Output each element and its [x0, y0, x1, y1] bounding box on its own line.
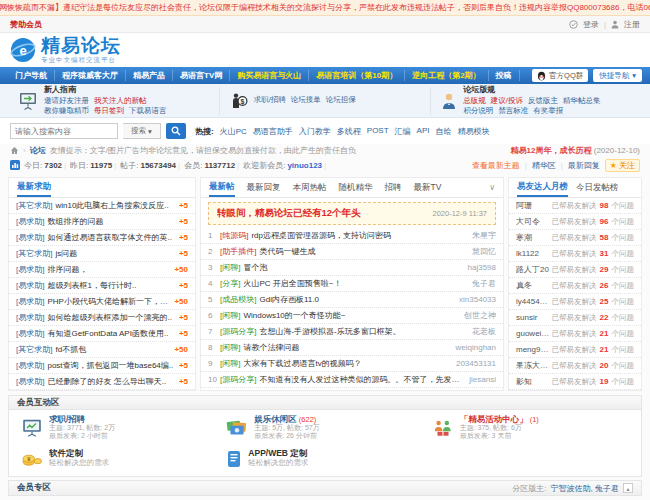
thread-tag[interactable]: [其它求助]: [16, 200, 52, 211]
thread-tag[interactable]: [易求助]: [16, 232, 44, 243]
nav-item[interactable]: 逆向工程（第2期）: [405, 70, 488, 81]
posts-tab[interactable]: 随机精华: [339, 178, 373, 197]
qq-group-button[interactable]: 官方QQ群: [532, 69, 588, 82]
thread-tag[interactable]: [易求助]: [16, 312, 44, 323]
latest-topics-link[interactable]: 查看最新主题: [472, 160, 520, 171]
home-icon[interactable]: [10, 146, 19, 155]
thread-tag[interactable]: [其它求助]: [16, 248, 52, 259]
quick-link[interactable]: 建议/投诉: [491, 97, 523, 105]
member-name[interactable]: 大司令: [516, 216, 552, 227]
quick-link[interactable]: 论坛接单: [291, 96, 321, 104]
quick-link[interactable]: 禁言标准: [498, 107, 528, 115]
nav-item[interactable]: 程序猿威客大厅: [55, 70, 126, 81]
site-logo[interactable]: e 精易论坛 专业中文编程交流平台: [10, 36, 121, 64]
thread-tag[interactable]: [助手插件]: [220, 246, 256, 257]
anniversary-link[interactable]: 精易12周年，成长历程: [511, 146, 592, 155]
thread-tag[interactable]: [源码分享]: [220, 326, 256, 337]
thread-title[interactable]: rdp远程桌面管理器源码，支持访问密码: [251, 230, 466, 241]
member-section-header[interactable]: 会员互动区: [8, 395, 642, 410]
thread-author[interactable]: 朱星宇: [472, 230, 496, 241]
nav-item[interactable]: 投稿: [489, 70, 520, 81]
thread-title[interactable]: 如何给超级列表框添加一个漂亮的..: [47, 312, 174, 323]
thread-tag[interactable]: [易求助]: [16, 216, 44, 227]
login-link[interactable]: 登录: [583, 19, 599, 30]
thread-author[interactable]: haj3598: [468, 263, 496, 272]
quick-link[interactable]: 总版规: [463, 97, 486, 105]
member-name[interactable]: 路人丁20: [516, 264, 552, 275]
member-name[interactable]: 阿珊: [516, 200, 552, 211]
moderator-names[interactable]: 宁智波佐助, 兔子君: [551, 483, 619, 494]
quick-link[interactable]: 我关注人的新帖: [94, 97, 147, 105]
thread-tag[interactable]: [源码分享]: [220, 374, 256, 385]
thread-title[interactable]: 火山PC 开启全面预售啦~！: [243, 278, 466, 289]
member-name[interactable]: ly445414237: [516, 297, 552, 306]
forum-link[interactable]: 「精易活动中心」(1): [460, 415, 539, 425]
quick-link[interactable]: 教你赚取精币: [44, 107, 89, 115]
tab-latest-help[interactable]: 最新求助: [17, 178, 51, 197]
thread-author[interactable]: weiqinghan: [456, 343, 496, 352]
forum-link[interactable]: 求职/招聘: [49, 415, 115, 425]
thread-author[interactable]: jiesansi: [469, 375, 496, 384]
thread-title[interactable]: 类代码一键生成: [259, 246, 466, 257]
thread-title[interactable]: 冒个泡: [243, 262, 461, 273]
thread-title[interactable]: 已经删除了的好友 怎么导出聊天..: [47, 376, 174, 387]
thread-tag[interactable]: [易求助]: [16, 328, 44, 339]
thread-title[interactable]: js问题: [55, 248, 174, 259]
thread-author[interactable]: 创世之神: [464, 310, 496, 321]
quick-link[interactable]: 积分说明: [463, 107, 493, 115]
member-name[interactable]: 寒潮: [516, 232, 552, 243]
nav-item[interactable]: 精易产品: [126, 70, 173, 81]
search-button[interactable]: [166, 123, 186, 139]
thread-tag[interactable]: [闲聊]: [220, 262, 240, 273]
hot-search-link[interactable]: 火山PC: [220, 126, 247, 137]
thread-tag[interactable]: [成品模块]: [220, 294, 256, 305]
member-name[interactable]: meng9934: [516, 345, 552, 354]
thread-tag[interactable]: [闲聊]: [220, 310, 240, 321]
thread-tag[interactable]: [分享]: [220, 278, 240, 289]
breadcrumb-forum[interactable]: 论坛: [30, 145, 46, 156]
search-scope-dropdown[interactable]: 搜索 ▾: [123, 123, 161, 139]
thread-title[interactable]: 有知道GetFontData API函数使用..: [47, 328, 174, 339]
hot-search-link[interactable]: 自绘: [435, 126, 451, 137]
latest-replies-link[interactable]: 最新回复: [568, 160, 600, 171]
hot-search-link[interactable]: 多线程: [337, 126, 361, 137]
tabs-more-chevron-icon[interactable]: ∨: [489, 178, 495, 197]
thread-tag[interactable]: [易求助]: [16, 296, 44, 307]
thread-author[interactable]: 兔子君: [472, 278, 496, 289]
nav-item[interactable]: 门户导航: [8, 70, 55, 81]
thread-title[interactable]: fd不抓包: [55, 344, 170, 355]
quick-link[interactable]: 论坛担保: [326, 96, 356, 104]
hot-search-link[interactable]: 汇编: [395, 126, 411, 137]
nav-item[interactable]: 购买易语言与火山: [230, 70, 309, 81]
posts-tab[interactable]: 招聘: [385, 178, 402, 197]
member-name[interactable]: 果冻大砍刀: [516, 360, 552, 371]
thread-title[interactable]: 大家有下载过易语言tv的视频吗？: [243, 358, 450, 369]
member-name[interactable]: guowei0422: [516, 329, 552, 338]
member-name[interactable]: sunsir: [516, 313, 552, 322]
tab-today-posters[interactable]: 今日发帖榜: [576, 178, 619, 197]
posts-tab[interactable]: 最新TV: [414, 178, 442, 197]
quick-link[interactable]: 求职/招聘: [254, 96, 286, 104]
follow-button[interactable]: ★ 关注: [605, 159, 640, 172]
quick-link[interactable]: 邀请好友注册: [44, 97, 89, 105]
hot-search-link[interactable]: 精易模块: [457, 126, 489, 137]
thread-tag[interactable]: [易求助]: [16, 376, 44, 387]
thread-title[interactable]: 超级列表框1，每行计时..: [47, 280, 174, 291]
nav-item[interactable]: 易语言培训（第10期）: [309, 70, 405, 81]
thread-tag[interactable]: [闲聊]: [220, 342, 240, 353]
thread-title[interactable]: post查询，抓包返回一堆base64编..: [47, 360, 174, 371]
thread-tag[interactable]: [闲聊]: [220, 358, 240, 369]
tab-monthly-rank[interactable]: 易友达人月榜: [517, 178, 568, 197]
thread-author[interactable]: 慧回忆: [472, 246, 496, 257]
forum-link[interactable]: 娱乐休闲区(622): [254, 415, 319, 425]
posts-tab[interactable]: 本周热帖: [293, 178, 327, 197]
sponsor-member-link[interactable]: 赞助会员: [10, 19, 42, 30]
search-input[interactable]: [10, 123, 118, 139]
thread-tag[interactable]: [纯源码]: [220, 230, 248, 241]
thread-title[interactable]: Gdi内存画板11.0: [259, 294, 453, 305]
hot-search-link[interactable]: API: [417, 126, 430, 137]
quick-link[interactable]: 反馈版主: [528, 97, 558, 105]
member-name[interactable]: 真冬: [516, 280, 552, 291]
thread-title[interactable]: win10此电脑右上角搜索没反应..: [55, 200, 174, 211]
thread-author[interactable]: 203453131: [456, 359, 496, 368]
